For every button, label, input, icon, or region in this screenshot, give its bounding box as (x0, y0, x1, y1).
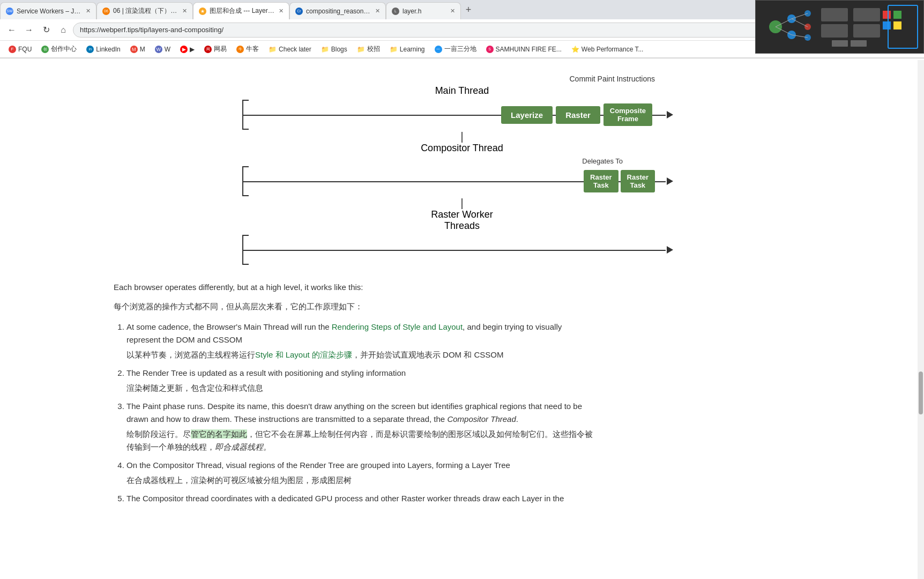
address-bar[interactable]: https://webperf.tips/tip/layers-and-comp… (73, 23, 868, 38)
bookmark-favicon: 网 (204, 46, 212, 53)
raster-worker-arrow (667, 246, 673, 254)
zh-after: ，并开始尝试直观地表示 DOM 和 CSSOM (352, 350, 504, 359)
tab-service-workers[interactable]: SW Service Workers – JavaScript Pe ✕ (0, 2, 96, 19)
list-item-3: The Paint phase runs. Despite its name, … (126, 400, 596, 454)
compositor-thread-bracket (242, 166, 249, 196)
tab-close-button[interactable]: ✕ (375, 8, 380, 14)
list-item-1-en-before: At some cadence, the Browser's Main Thre… (126, 322, 332, 331)
tab-layers-compositing[interactable]: ★ 图层和合成 --- Layers and Comp ✕ (193, 2, 289, 19)
svg-rect-13 (821, 24, 848, 38)
main-thread-row: Layerize Raster CompositeFrame (242, 100, 682, 130)
compositor-thread-italic: Compositor Thread (447, 414, 516, 424)
raster-task-nodes: RasterTask RasterTask (584, 170, 655, 192)
bookmark-linkedin[interactable]: in LinkedIn (82, 44, 124, 54)
back-button[interactable]: ← (4, 23, 19, 38)
bookmark-favicon: 创 (41, 46, 49, 53)
main-thread-title: Main Thread (242, 85, 682, 96)
zh-highlight: 管它的名字如此 (191, 429, 247, 439)
bookmark-samhuinn[interactable]: S SAMHUINN FIRE FE... (482, 44, 566, 54)
tab-favicon: L (392, 8, 399, 15)
bookmark-fqu[interactable]: F FQU (4, 44, 36, 54)
thumbnail-overlay (755, 0, 924, 54)
list-item-3-zh: 绘制阶段运行。尽管它的名字如此，但它不会在屏幕上绘制任何内容，而是标识需要绘制的… (126, 428, 596, 454)
bookmark-check-later[interactable]: 📁 Check later (264, 44, 316, 54)
list-item-5-en: The Compositor thread coordinates with a… (126, 494, 564, 503)
svg-rect-16 (883, 11, 891, 19)
svg-rect-14 (853, 8, 880, 21)
tab-layer-h[interactable]: L layer.h ✕ (386, 2, 461, 19)
content-list: At some cadence, the Browser's Main Thre… (114, 321, 596, 505)
zh-rendering-link[interactable]: Style 和 Layout 的渲染步骤 (255, 350, 352, 359)
forward-button[interactable]: → (21, 23, 36, 38)
tab-favicon: 06 (102, 8, 110, 15)
raster-worker-title: Raster WorkerThreads (242, 209, 682, 232)
home-button[interactable]: ⌂ (56, 23, 71, 38)
list-item-2-zh: 渲染树随之更新，包含定位和样式信息 (126, 382, 596, 395)
tab-close-button[interactable]: ✕ (450, 8, 455, 14)
list-item-5: The Compositor thread coordinates with a… (126, 492, 596, 505)
v-line-2 (461, 198, 463, 209)
text-content-area: Each browser operates differently, but a… (114, 281, 596, 505)
bookmark-webperf[interactable]: ⭐ Web Performance T... (567, 44, 648, 54)
refresh-button[interactable]: ↻ (39, 23, 54, 38)
list-item-4-en: On the Compositor Thread, visual regions… (126, 461, 510, 470)
main-thread-arrow (667, 111, 673, 118)
compositor-thread-arrow (667, 177, 673, 185)
bookmark-gmail[interactable]: M M (126, 44, 150, 54)
tab-rendering[interactable]: 06 06 | 渲染流程（下）：HTML、C ✕ (96, 2, 193, 19)
list-item-2-en: The Render Tree is updated as a result w… (126, 368, 406, 377)
svg-rect-17 (893, 11, 901, 19)
list-item-4-zh: 在合成器线程上，渲染树的可视区域被分组为图层，形成图层树 (126, 474, 596, 487)
tab-close-button[interactable]: ✕ (279, 8, 284, 14)
new-tab-button[interactable]: + (461, 2, 476, 17)
zh-before: 以某种节奏，浏览器的主线程将运行 (126, 350, 255, 359)
bookmark-learning[interactable]: 📁 Learning (385, 44, 429, 54)
tab-close-button[interactable]: ✕ (182, 8, 187, 14)
bookmark-favicon: in (86, 46, 94, 53)
bookmark-blogs[interactable]: 📁 Blogs (317, 44, 352, 54)
bookmark-w[interactable]: W W (151, 44, 175, 54)
svg-rect-21 (832, 40, 848, 47)
scrollbar[interactable] (918, 60, 924, 537)
bookmark-label: 校招 (367, 44, 380, 54)
bookmark-favicon: 牛 (236, 46, 244, 53)
bookmark-creator[interactable]: 创 创作中心 (37, 43, 81, 55)
raster-task-1-node: RasterTask (584, 170, 618, 192)
raster-node: Raster (556, 106, 600, 124)
bookmark-label: 创作中心 (51, 44, 77, 54)
tab-favicon: Cr (295, 8, 303, 15)
page-content: Commit Paint Instructions Main Thread La… (92, 58, 832, 537)
v-line (461, 132, 463, 143)
folder-icon: 📁 (390, 46, 398, 53)
scrollbar-thumb[interactable] (919, 372, 923, 414)
tab-compositing-reasons[interactable]: Cr compositing_reasons.h – Chrom ✕ (289, 2, 386, 19)
bookmark-niuke[interactable]: 牛 牛客 (232, 43, 263, 55)
composite-frame-node: CompositeFrame (603, 103, 652, 126)
raster-worker-row (242, 235, 682, 265)
url-text: https://webperf.tips/tip/layers-and-comp… (80, 26, 223, 34)
delegates-to-label: Delegates To (242, 157, 682, 165)
bookmark-label: LinkedIn (96, 46, 120, 53)
svg-rect-19 (893, 21, 901, 29)
bookmark-yimu[interactable]: 一 一亩三分地 (430, 43, 481, 55)
zh-before: 绘制阶段运行。尽 (126, 429, 191, 439)
bookmark-netease[interactable]: 网 网易 (200, 43, 231, 55)
list-item-2: The Render Tree is updated as a result w… (126, 367, 596, 395)
tab-close-button[interactable]: ✕ (86, 8, 91, 14)
bookmark-youtube[interactable]: ▶ ▶ (176, 44, 199, 54)
bookmark-favicon: W (155, 46, 162, 53)
vertical-connector-1 (242, 132, 682, 143)
bookmark-校招[interactable]: 📁 校招 (353, 43, 384, 55)
tab-favicon: SW (6, 8, 13, 15)
bookmark-favicon: F (9, 46, 16, 53)
bookmark-label: W (165, 46, 170, 53)
list-item-3-en-dot: . (516, 414, 518, 424)
raster-worker-line (242, 250, 666, 251)
svg-rect-15 (853, 24, 880, 38)
paragraph-1-zh: 每个浏览器的操作方式都不同，但从高层次来看，它的工作原理如下： (114, 300, 596, 313)
rendering-steps-link[interactable]: Rendering Steps of Style and Layout (332, 322, 463, 331)
compositor-thread-row: RasterTask RasterTask (242, 166, 682, 196)
bookmark-label: 一亩三分地 (444, 44, 476, 54)
svg-rect-12 (821, 8, 848, 21)
tab-title: 图层和合成 --- Layers and Comp (210, 6, 275, 16)
